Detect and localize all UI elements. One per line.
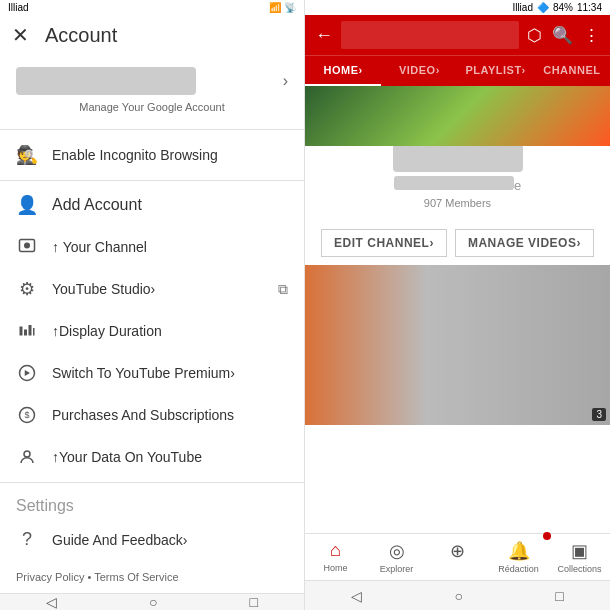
status-bar-right: Illiad 🔷 84% 11:34 xyxy=(305,0,610,15)
account-title: Account xyxy=(45,24,117,47)
back-arrow-icon[interactable]: ← xyxy=(315,25,333,46)
incognito-label: Enable Incognito Browsing xyxy=(52,147,218,163)
purchases-icon: $ xyxy=(16,404,38,426)
svg-point-10 xyxy=(24,451,30,457)
channel-action-buttons: EDIT CHANNEL› MANAGE VIDEOS› xyxy=(305,221,610,265)
channel-name: e xyxy=(394,176,521,193)
bottom-nav-explore[interactable]: ◎ Explorer xyxy=(366,534,427,580)
channel-banner xyxy=(305,86,610,146)
right-panel: Illiad 🔷 84% 11:34 ← ⬡ 🔍 ⋮ HOME› VIDEO› … xyxy=(305,0,610,610)
close-icon[interactable]: ✕ xyxy=(12,23,29,47)
youtube-top-bar: ← ⬡ 🔍 ⋮ xyxy=(305,15,610,55)
bottom-nav-home[interactable]: ⌂ Home xyxy=(305,534,366,580)
menu-item-incognito[interactable]: 🕵 Enable Incognito Browsing xyxy=(0,134,304,176)
video-duration-badge: 3 xyxy=(592,408,606,421)
wifi-icon: 📡 xyxy=(284,2,296,13)
youtube-premium-label: Switch To YouTube Premium› xyxy=(52,365,235,381)
menu-item-display-duration[interactable]: ↑Display Duration xyxy=(0,310,304,352)
manage-google-label[interactable]: Manage Your Google Account xyxy=(16,101,288,113)
channel-search-bar[interactable] xyxy=(341,21,519,49)
account-section[interactable]: › Manage Your Google Account xyxy=(0,55,304,125)
cast-icon[interactable]: ⬡ xyxy=(527,25,542,46)
menu-item-purchases[interactable]: $ Purchases And Subscriptions xyxy=(0,394,304,436)
tab-playlists[interactable]: PLAYLIST› xyxy=(458,56,534,86)
recents-button-left[interactable]: □ xyxy=(250,594,258,610)
video-thumb-overlay xyxy=(305,265,610,425)
bluetooth-icon: 🔷 xyxy=(537,2,549,13)
channel-nav-tabs: HOME› VIDEO› PLAYLIST› CHANNEL xyxy=(305,55,610,86)
channel-avatar xyxy=(393,144,523,172)
menu-item-youtube-premium[interactable]: Switch To YouTube Premium› xyxy=(0,352,304,394)
account-arrow-icon: › xyxy=(283,72,288,90)
home-nav-icon: ⌂ xyxy=(330,540,341,561)
add-nav-icon: ⊕ xyxy=(450,540,465,562)
menu-item-your-channel[interactable]: ↑ Your Channel xyxy=(0,226,304,268)
svg-rect-3 xyxy=(24,330,27,336)
menu-item-add-account[interactable]: 👤 Add Account xyxy=(0,184,304,226)
tab-channels[interactable]: CHANNEL xyxy=(534,56,610,86)
bottom-nav-collections[interactable]: ▣ Collections xyxy=(549,534,610,580)
bottom-navigation: ⌂ Home ◎ Explorer ⊕ 🔔 Rédaction ▣ Collec… xyxy=(305,533,610,580)
members-count: 907 Members xyxy=(424,197,491,209)
home-button-right[interactable]: ○ xyxy=(455,588,463,604)
svg-marker-7 xyxy=(25,370,30,376)
android-nav-left: ◁ ○ □ xyxy=(0,593,304,610)
svg-rect-5 xyxy=(33,328,35,336)
bottom-nav-notifications[interactable]: 🔔 Rédaction xyxy=(488,534,549,580)
divider-1 xyxy=(0,129,304,130)
your-data-icon xyxy=(16,446,38,468)
tab-home[interactable]: HOME› xyxy=(305,56,381,86)
divider-2 xyxy=(0,180,304,181)
youtube-premium-icon xyxy=(16,362,38,384)
svg-text:$: $ xyxy=(24,410,29,420)
notifications-nav-label: Rédaction xyxy=(498,564,539,574)
recents-button-right[interactable]: □ xyxy=(555,588,563,604)
back-button-left[interactable]: ◁ xyxy=(46,594,57,610)
signal-icon: 📶 xyxy=(269,2,281,13)
account-avatar-bar[interactable]: › xyxy=(16,67,288,95)
time-right: 11:34 xyxy=(577,2,602,13)
footer-links: Privacy Policy • Terms Of Service xyxy=(0,561,304,593)
display-duration-label: ↑Display Duration xyxy=(52,323,162,339)
more-options-icon[interactable]: ⋮ xyxy=(583,25,600,46)
display-duration-icon xyxy=(16,320,38,342)
account-avatar xyxy=(16,67,196,95)
your-data-label: ↑Your Data On YouTube xyxy=(52,449,202,465)
search-icon[interactable]: 🔍 xyxy=(552,25,573,46)
explore-nav-icon: ◎ xyxy=(389,540,405,562)
back-button-right[interactable]: ◁ xyxy=(351,588,362,604)
left-header: ✕ Account xyxy=(0,15,304,55)
carrier-left: Illiad xyxy=(8,2,29,13)
youtube-studio-label: YouTube Studio› xyxy=(52,281,155,297)
manage-videos-button[interactable]: MANAGE VIDEOS› xyxy=(455,229,594,257)
android-nav-right: ◁ ○ □ xyxy=(305,580,610,610)
guide-icon: ? xyxy=(16,529,38,551)
edit-channel-button[interactable]: EDIT CHANNEL› xyxy=(321,229,447,257)
video-thumbnail[interactable]: 3 xyxy=(305,265,610,425)
explore-nav-label: Explorer xyxy=(380,564,414,574)
left-panel: Illiad 📶 📡 ✕ Account › Manage Your Googl… xyxy=(0,0,305,610)
svg-point-1 xyxy=(24,243,30,249)
divider-3 xyxy=(0,482,304,483)
collections-nav-label: Collections xyxy=(557,564,601,574)
menu-item-your-data[interactable]: ↑Your Data On YouTube xyxy=(0,436,304,478)
tab-videos[interactable]: VIDEO› xyxy=(381,56,457,86)
add-account-label: Add Account xyxy=(52,196,142,214)
bottom-nav-add[interactable]: ⊕ xyxy=(427,534,488,580)
svg-rect-4 xyxy=(29,325,32,336)
external-link-icon: ⧉ xyxy=(278,281,288,298)
add-account-icon: 👤 xyxy=(16,194,38,216)
notifications-nav-icon: 🔔 xyxy=(508,540,530,562)
settings-heading: Settings xyxy=(0,487,304,519)
purchases-label: Purchases And Subscriptions xyxy=(52,407,234,423)
menu-item-youtube-studio[interactable]: ⚙ YouTube Studio› ⧉ xyxy=(0,268,304,310)
home-button-left[interactable]: ○ xyxy=(149,594,157,610)
svg-rect-2 xyxy=(20,327,23,336)
your-channel-label: ↑ Your Channel xyxy=(52,239,147,255)
footer-text: Privacy Policy • Terms Of Service xyxy=(16,571,179,583)
status-icons-left: 📶 📡 xyxy=(269,2,296,13)
menu-item-guide[interactable]: ? Guide And Feedback› xyxy=(0,519,304,561)
your-channel-icon xyxy=(16,236,38,258)
notification-dot xyxy=(543,532,551,540)
guide-label: Guide And Feedback› xyxy=(52,532,187,548)
